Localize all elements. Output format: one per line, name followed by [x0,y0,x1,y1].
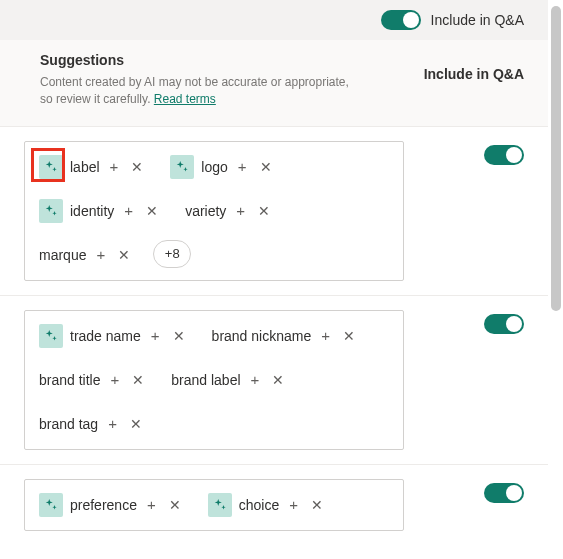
suggestion-group: label+✕logo+✕identity+✕variety+✕marque+✕… [0,127,548,295]
chip-add-button[interactable]: + [144,495,159,514]
chip-label: brand title [39,372,100,388]
top-include-toggle[interactable] [381,10,421,30]
suggestion-chip: logo+✕ [166,152,280,182]
suggestion-chip-box: preference+✕choice+✕ [24,479,404,531]
suggestion-chip-box: label+✕logo+✕identity+✕variety+✕marque+✕… [24,141,404,281]
vertical-scrollbar[interactable] [551,6,561,311]
chip-remove-button[interactable]: ✕ [127,415,145,433]
group-include-toggle[interactable] [484,314,524,334]
chip-remove-button[interactable]: ✕ [269,371,287,389]
suggestions-description: Content created by AI may not be accurat… [40,74,350,108]
chip-remove-button[interactable]: ✕ [308,496,326,514]
chip-remove-button[interactable]: ✕ [340,327,358,345]
chip-remove-button[interactable]: ✕ [166,496,184,514]
chip-label: brand tag [39,416,98,432]
chip-remove-button[interactable]: ✕ [128,158,146,176]
chip-add-button[interactable]: + [233,201,248,220]
top-include-toggle-label: Include in Q&A [431,12,524,28]
suggestion-chip: variety+✕ [181,196,279,226]
sparkle-icon [39,324,63,348]
suggestion-chip: choice+✕ [204,490,332,520]
read-terms-link[interactable]: Read terms [154,92,216,106]
suggestion-chip: marque+✕ [35,240,139,270]
chip-label: trade name [70,328,141,344]
chip-add-button[interactable]: + [318,326,333,345]
chip-label: choice [239,497,279,513]
suggestion-group: trade name+✕brand nickname+✕brand title+… [0,295,548,464]
group-include-toggle[interactable] [484,145,524,165]
top-bar: Include in Q&A [0,0,548,40]
sparkle-icon [170,155,194,179]
chip-add-button[interactable]: + [121,201,136,220]
chip-remove-button[interactable]: ✕ [115,246,133,264]
chip-add-button[interactable]: + [107,370,122,389]
group-toggle-cell [404,479,524,503]
chip-add-button[interactable]: + [148,326,163,345]
chip-label: variety [185,203,226,219]
chip-label: marque [39,247,86,263]
chip-label: identity [70,203,114,219]
chip-remove-button[interactable]: ✕ [129,371,147,389]
chip-remove-button[interactable]: ✕ [143,202,161,220]
suggestion-chip: preference+✕ [35,490,190,520]
chip-label: logo [201,159,227,175]
chip-label: label [70,159,100,175]
chip-add-button[interactable]: + [235,157,250,176]
sparkle-icon [208,493,232,517]
group-include-toggle[interactable] [484,483,524,503]
chip-label: preference [70,497,137,513]
chip-label: brand nickname [212,328,312,344]
suggestion-chip: trade name+✕ [35,321,194,351]
suggestion-chip: brand tag+✕ [35,409,151,439]
group-toggle-cell [404,141,524,165]
chip-remove-button[interactable]: ✕ [255,202,273,220]
suggestion-chip: brand nickname+✕ [208,321,364,351]
suggestion-chip: brand label+✕ [167,365,293,395]
sparkle-icon [39,199,63,223]
suggestion-chip: brand title+✕ [35,365,153,395]
chip-remove-button[interactable]: ✕ [257,158,275,176]
suggestion-chip-box: trade name+✕brand nickname+✕brand title+… [24,310,404,450]
suggestion-group: preference+✕choice+✕ [0,464,548,545]
sparkle-icon [39,493,63,517]
chip-label: brand label [171,372,240,388]
suggestions-header-left: Suggestions Content created by AI may no… [40,52,424,108]
top-include-toggle-row: Include in Q&A [381,10,524,30]
chip-add-button[interactable]: + [248,370,263,389]
suggestion-chip: label+✕ [35,152,152,182]
suggestions-header-row: Suggestions Content created by AI may no… [0,40,548,127]
chip-remove-button[interactable]: ✕ [170,327,188,345]
chip-add-button[interactable]: + [93,245,108,264]
group-toggle-cell [404,310,524,334]
chip-add-button[interactable]: + [105,414,120,433]
include-column-header: Include in Q&A [424,52,524,82]
suggestion-chip: identity+✕ [35,196,167,226]
chip-add-button[interactable]: + [107,157,122,176]
suggestions-title: Suggestions [40,52,424,68]
chip-add-button[interactable]: + [286,495,301,514]
more-suggestions-pill[interactable]: +8 [153,240,191,268]
sparkle-icon [39,155,63,179]
